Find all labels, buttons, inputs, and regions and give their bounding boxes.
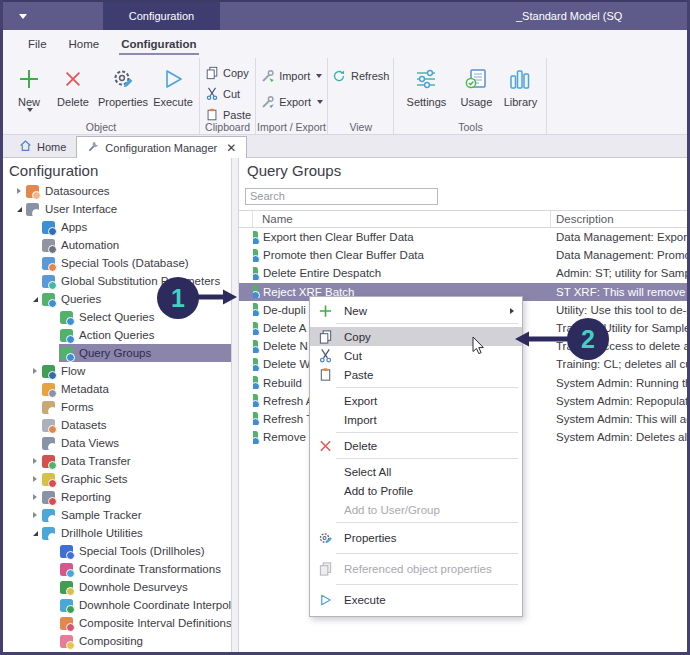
tree-item-queries[interactable]: Queries xyxy=(3,290,231,308)
menu-item-export[interactable]: Export xyxy=(310,391,522,410)
properties-icon xyxy=(317,530,334,547)
tree-item-label: Reporting xyxy=(61,491,111,503)
expand-collapsed-icon[interactable] xyxy=(13,188,25,194)
tree-item-global-substitution-parameters[interactable]: Global Substitution Parameters xyxy=(3,272,231,290)
tree-item-coordinate-transformations[interactable]: Coordinate Transformations xyxy=(3,560,231,578)
tree-item-compositing[interactable]: Compositing xyxy=(3,632,231,650)
compositing-icon xyxy=(60,635,73,648)
row-name: Rebuild xyxy=(263,377,302,389)
menu-item-execute[interactable]: Execute xyxy=(310,588,522,612)
tree-item-label: Drillhole Utilities xyxy=(61,527,143,539)
global-substitution-parameters-icon xyxy=(42,275,55,288)
refresh-icon xyxy=(332,68,347,83)
tree-item-metadata[interactable]: Metadata xyxy=(3,380,231,398)
expand-collapsed-icon[interactable] xyxy=(29,368,41,374)
expand-collapsed-icon[interactable] xyxy=(29,476,41,482)
column-header-description[interactable]: Description xyxy=(551,211,687,227)
query-group-icon xyxy=(253,231,258,244)
expand-expanded-icon[interactable] xyxy=(29,297,41,302)
drillhole-utilities-icon xyxy=(42,527,55,540)
cut-button[interactable]: Cut xyxy=(204,85,251,102)
tree-item-drillhole-utilities[interactable]: Drillhole Utilities xyxy=(3,524,231,542)
menu-item-select-all[interactable]: Select All xyxy=(310,462,522,481)
tree-item-flow[interactable]: Flow xyxy=(3,362,231,380)
menu-item-paste[interactable]: Paste xyxy=(310,365,522,384)
tree-item-sample-tracker[interactable]: Sample Tracker xyxy=(3,506,231,524)
expand-collapsed-icon[interactable] xyxy=(29,512,41,518)
ribbon-tab-configuration[interactable]: Configuration xyxy=(110,30,207,58)
tree-item-label: Queries xyxy=(61,293,101,305)
expand-collapsed-icon[interactable] xyxy=(29,458,41,464)
column-header-gutter[interactable] xyxy=(239,211,253,227)
metadata-icon xyxy=(42,383,55,396)
menu-item-import[interactable]: Import xyxy=(310,410,522,429)
menu-item-add-to-profile[interactable]: Add to Profile xyxy=(310,481,522,500)
search-input[interactable] xyxy=(245,188,438,205)
usage-button[interactable]: Usage xyxy=(454,61,498,108)
tree-item-data-transfer[interactable]: Data Transfer xyxy=(3,452,231,470)
tree-item-forms[interactable]: Forms xyxy=(3,398,231,416)
table-row-export-then-clear-buffer-data[interactable]: Export then Clear Buffer DataData Manage… xyxy=(239,228,687,246)
close-tab-icon[interactable]: ✕ xyxy=(226,141,236,155)
settings-button[interactable]: Settings xyxy=(398,61,454,108)
tree-item-label: Action Queries xyxy=(79,329,154,341)
tree-item-downhole-coordinate-interpolation[interactable]: Downhole Coordinate Interpolation xyxy=(3,596,231,614)
query-group-icon xyxy=(253,412,258,425)
table-row-promote-then-clear-buffer-data[interactable]: Promote then Clear Buffer DataData Manag… xyxy=(239,246,687,264)
tree-item-select-queries[interactable]: Select Queries xyxy=(3,308,231,326)
menu-separator xyxy=(336,323,518,324)
settings-sliders-icon xyxy=(411,64,441,94)
menu-item-label: New xyxy=(344,305,367,317)
tree-item-label: Special Tools (Database) xyxy=(61,257,189,269)
tree-item-composite-interval-definitions[interactable]: Composite Interval Definitions xyxy=(3,614,231,632)
menu-item-new[interactable]: New xyxy=(310,301,522,320)
import-button[interactable]: Import xyxy=(260,67,323,84)
quick-access-dropdown[interactable] xyxy=(0,2,46,30)
row-description: Admin: ST; utility for Sample T xyxy=(551,267,687,279)
menu-item-delete[interactable]: Delete xyxy=(310,436,522,455)
tree-item-automation[interactable]: Automation xyxy=(3,236,231,254)
query-group-icon xyxy=(253,285,258,298)
tree-item-downhole-desurveys[interactable]: Downhole Desurveys xyxy=(3,578,231,596)
column-header-name[interactable]: Name xyxy=(253,211,551,227)
expand-expanded-icon[interactable] xyxy=(13,207,25,212)
composite-interval-definitions-icon xyxy=(60,617,73,630)
tree-item-special-tools-database[interactable]: Special Tools (Database) xyxy=(3,254,231,272)
tree-item-special-tools-drillholes[interactable]: Special Tools (Drillholes) xyxy=(3,542,231,560)
tree-item-query-groups[interactable]: Query Groups xyxy=(3,344,231,362)
tree-item-action-queries[interactable]: Action Queries xyxy=(3,326,231,344)
expand-collapsed-icon[interactable] xyxy=(29,494,41,500)
submenu-arrow-icon xyxy=(510,308,514,314)
queries-icon xyxy=(42,293,55,306)
copy-button[interactable]: Copy xyxy=(204,64,251,81)
export-button[interactable]: Export xyxy=(260,93,323,110)
tree-item-data-views[interactable]: Data Views xyxy=(3,434,231,452)
tree-item-label: Select Queries xyxy=(79,311,154,323)
library-button[interactable]: Library xyxy=(498,61,542,108)
tree-item-graphic-sets[interactable]: Graphic Sets xyxy=(3,470,231,488)
ribbon-group-import-export: Import Export Import / Export xyxy=(256,58,328,134)
execute-button[interactable]: Execute xyxy=(151,61,195,108)
ribbon-tab-home[interactable]: Home xyxy=(58,30,111,58)
tree-item-reporting[interactable]: Reporting xyxy=(3,488,231,506)
tab-home[interactable]: Home xyxy=(9,136,76,157)
tree-item-apps[interactable]: Apps xyxy=(3,218,231,236)
refresh-button[interactable]: Refresh xyxy=(332,67,390,84)
menu-item-cut[interactable]: Cut xyxy=(310,346,522,365)
tab-configuration-manager[interactable]: Configuration Manager ✕ xyxy=(76,136,247,158)
tree-item-datasources[interactable]: Datasources xyxy=(3,182,231,200)
delete-button[interactable]: Delete xyxy=(51,61,95,108)
tree-item-datasets[interactable]: Datasets xyxy=(3,416,231,434)
ribbon-group-clipboard: Copy Cut Paste Clipboard xyxy=(200,58,256,134)
expand-expanded-icon[interactable] xyxy=(29,531,41,536)
panel-scrollbar[interactable] xyxy=(231,158,239,652)
titlebar-configuration-tab[interactable]: Configuration xyxy=(103,2,220,30)
menu-item-properties[interactable]: Properties xyxy=(310,526,522,550)
menu-item-copy[interactable]: Copy xyxy=(310,327,522,346)
ribbon-tab-file[interactable]: File xyxy=(17,30,58,58)
properties-button[interactable]: Properties xyxy=(95,61,151,108)
tree-item-user-interface[interactable]: User Interface xyxy=(3,200,231,218)
caret-down-icon xyxy=(27,108,33,112)
new-button[interactable]: New xyxy=(7,61,51,112)
table-row-delete-entire-despatch[interactable]: Delete Entire DespatchAdmin: ST; utility… xyxy=(239,264,687,282)
